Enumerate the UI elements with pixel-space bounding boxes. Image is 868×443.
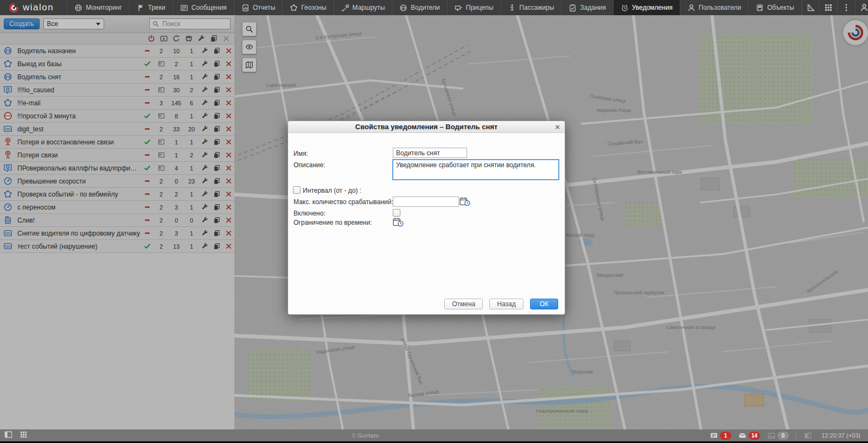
enabled-checkbox[interactable] [393, 209, 400, 217]
nav-tab-routes[interactable]: Маршруты [334, 0, 392, 15]
dialog-title: Свойства уведомления – Водитель снят [355, 123, 497, 131]
nav-right-tools: Test user [802, 0, 868, 15]
notification-properties-dialog: Свойства уведомления – Водитель снят × И… [288, 121, 565, 315]
wheel-icon [399, 4, 407, 12]
enabled-label: Включено: [293, 210, 326, 217]
wialon-logo-icon [9, 3, 19, 13]
nav-tab-label: Мониторинг [86, 4, 122, 11]
bus-icon [756, 4, 764, 12]
status-bar: © Gurtam 114012:20:37 (+03) [0, 429, 868, 441]
time-limit-calendar-clock-icon[interactable] [393, 217, 404, 226]
nav-tab-notifications[interactable]: Уведомления [613, 0, 680, 15]
photo-icon [767, 432, 776, 440]
grid-icon [20, 431, 28, 439]
kebab-icon [842, 3, 851, 12]
globe-icon [74, 4, 82, 12]
mail-icon [738, 432, 747, 440]
nav-tab-trailers[interactable]: Прицепы [447, 0, 501, 15]
nav-tab-drivers[interactable]: Водители [392, 0, 446, 15]
media-indicator[interactable]: 0 [767, 432, 789, 440]
nav-tab-passengers[interactable]: Пассажиры [500, 0, 561, 15]
nav-tab-label: Прицепы [466, 4, 494, 11]
dialog-body: Имя: Описание: Уведомление сработает при… [288, 133, 565, 314]
close-icon[interactable]: × [555, 122, 560, 132]
apps-tool[interactable] [819, 0, 837, 15]
dialog-title-bar: Свойства уведомления – Водитель снят × [288, 121, 565, 133]
collapse-panel-button[interactable] [4, 431, 12, 441]
alarm-icon [621, 4, 629, 12]
nav-tab-label: Уведомления [632, 4, 673, 11]
nav-tab-label: Пассажиры [519, 4, 554, 11]
nav-tab-label: Сообщения [192, 4, 227, 11]
dialog-footer: Отмена Назад ОК [444, 299, 558, 309]
description-label: Описание: [293, 161, 326, 169]
wialon-logo-text: wialon [23, 2, 54, 13]
route-icon [341, 4, 349, 12]
time-limit-label: Ограничение по времени: [293, 219, 372, 226]
nav-tab-tracks[interactable]: Треки [129, 0, 173, 15]
chat-icon [710, 432, 718, 440]
ok-button[interactable]: ОК [530, 299, 558, 309]
nav-tab-label: Геозоны [301, 4, 326, 11]
nav-tab-label: Объекты [767, 4, 794, 11]
user-icon [687, 4, 695, 12]
driver-messages-indicator[interactable]: 14 [738, 432, 760, 440]
notification-description-textarea[interactable]: Уведомление сработает при снятии водител… [392, 159, 559, 180]
clock-label: 12:20:37 (+03) [821, 432, 860, 439]
ruler-icon [807, 3, 815, 12]
user-icon [860, 3, 868, 12]
nav-tab-monitoring[interactable]: Мониторинг [67, 0, 129, 15]
wialon-logo[interactable]: wialon [0, 0, 67, 15]
nav-tab-users[interactable]: Пользователи [680, 0, 748, 15]
top-navigation-bar: wialon МониторингТрекиСообщенияОтчетыГео… [0, 0, 868, 15]
nav-tab-label: Пользователи [699, 4, 741, 11]
interval-checkbox[interactable] [293, 186, 301, 194]
driver-messages-count-badge: 14 [749, 432, 760, 440]
divider [796, 432, 796, 439]
trailer-icon [455, 4, 463, 12]
copyright-label: © Gurtam [352, 432, 379, 439]
online-notifications-count-badge: 1 [720, 432, 731, 440]
calendar-clock-icon[interactable] [459, 197, 470, 206]
nav-tabs: МониторингТрекиСообщенияОтчетыГеозоныМар… [67, 0, 801, 15]
clipboard-icon [569, 4, 577, 12]
nav-tab-jobs[interactable]: Задания [561, 0, 612, 15]
nav-tab-geofences[interactable]: Геозоны [282, 0, 333, 15]
media-count-badge: 0 [777, 432, 789, 440]
report-icon [241, 4, 250, 12]
flag-icon [137, 4, 145, 12]
registry-panel-button[interactable] [803, 432, 812, 440]
user-tool[interactable] [855, 0, 868, 15]
nav-tab-messages[interactable]: Сообщения [173, 0, 234, 15]
kebab-tool[interactable] [837, 0, 855, 15]
msg-icon [180, 4, 188, 12]
notification-name-input[interactable] [393, 148, 467, 158]
nav-tab-units[interactable]: Объекты [748, 0, 802, 15]
nav-tab-label: Отчеты [253, 4, 275, 11]
panels-icon [803, 432, 812, 440]
nav-tab-reports[interactable]: Отчеты [234, 0, 282, 15]
paneltoggle-icon [4, 431, 12, 439]
name-label: Имя: [293, 150, 308, 157]
bottom-apps-button[interactable] [20, 431, 28, 441]
pentagon-icon [290, 4, 298, 12]
cancel-button[interactable]: Отмена [444, 299, 483, 309]
online-notifications-indicator[interactable]: 1 [710, 432, 731, 440]
nav-tab-label: Маршруты [353, 4, 385, 11]
nav-tab-label: Треки [148, 4, 165, 11]
max-activations-label: Макс. количество срабатываний: [293, 198, 393, 206]
nav-tab-label: Водители [411, 4, 439, 11]
max-activations-input[interactable] [393, 197, 459, 207]
ruler-tool[interactable] [802, 0, 820, 15]
nav-tab-label: Задания [580, 4, 605, 11]
apps-icon [824, 3, 833, 12]
back-button[interactable]: Назад [489, 299, 523, 309]
interval-label: Интервал (от - до) : [303, 187, 361, 194]
person-icon [508, 4, 516, 12]
